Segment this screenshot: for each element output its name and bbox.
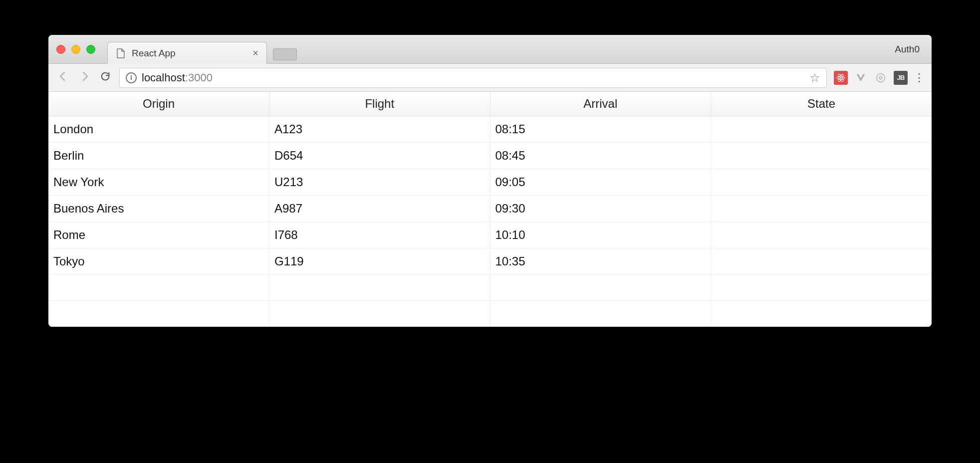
svg-point-5 [879, 76, 882, 79]
table-row-empty [48, 275, 932, 301]
cell-flight: A987 [269, 196, 490, 222]
cell-empty [269, 301, 490, 327]
site-info-icon[interactable]: i [126, 72, 137, 83]
table-row: New YorkU21309:05 [48, 169, 932, 196]
header-state: State [711, 92, 932, 116]
cell-empty [490, 301, 711, 327]
cell-empty [269, 275, 490, 301]
cell-empty [48, 301, 269, 327]
cell-origin: Berlin [48, 143, 269, 169]
tab-strip: React App × [107, 35, 895, 63]
cell-origin: Rome [48, 222, 269, 248]
browser-tab[interactable]: React App × [107, 42, 267, 64]
table-row: LondonA12308:15 [48, 116, 932, 143]
jetbrains-icon[interactable]: JB [894, 71, 908, 85]
url-port: :3000 [185, 71, 213, 84]
cell-arrival: 09:05 [490, 169, 711, 196]
cell-arrival: 10:35 [490, 248, 711, 275]
cell-arrival: 10:10 [490, 222, 711, 248]
extension-circle-icon[interactable] [874, 71, 888, 85]
toolbar: i localhost:3000 ☆ JB ⋮ [48, 64, 932, 92]
cell-state [711, 248, 932, 275]
cell-empty [490, 275, 711, 301]
url-text: localhost:3000 [142, 71, 213, 84]
cell-state [711, 222, 932, 248]
cell-flight: A123 [269, 116, 490, 143]
svg-point-4 [877, 73, 885, 82]
cell-origin: London [48, 116, 269, 143]
url-host: localhost [142, 71, 185, 84]
cell-origin: Tokyo [48, 248, 269, 275]
table-row: Buenos AiresA98709:30 [48, 196, 932, 222]
window-maximize-button[interactable] [86, 45, 95, 54]
reload-button[interactable] [98, 71, 112, 85]
page-icon [116, 48, 126, 58]
cell-empty [48, 275, 269, 301]
window-minimize-button[interactable] [71, 45, 80, 54]
table-row: BerlinD65408:45 [48, 143, 932, 169]
cell-flight: G119 [269, 248, 490, 275]
table-header-row: Origin Flight Arrival State [48, 92, 932, 116]
table-row: TokyoG11910:35 [48, 248, 932, 275]
vue-devtools-icon[interactable] [854, 71, 868, 85]
header-arrival: Arrival [490, 92, 711, 116]
page-content: Origin Flight Arrival State LondonA12308… [48, 92, 932, 327]
cell-arrival: 08:45 [490, 143, 711, 169]
back-button[interactable] [56, 70, 70, 86]
cell-flight: D654 [269, 143, 490, 169]
cell-arrival: 08:15 [490, 116, 711, 143]
window-close-button[interactable] [56, 45, 65, 54]
new-tab-button[interactable] [273, 48, 297, 60]
cell-origin: New York [48, 169, 269, 196]
titlebar: React App × Auth0 [48, 35, 932, 64]
tab-close-icon[interactable]: × [252, 47, 258, 59]
svg-point-0 [840, 77, 841, 78]
table-row-empty [48, 301, 932, 327]
extension-icons: JB ⋮ [834, 71, 924, 85]
table-row: RomeI76810:10 [48, 222, 932, 248]
cell-arrival: 09:30 [490, 196, 711, 222]
react-devtools-icon[interactable] [834, 71, 848, 85]
header-origin: Origin [48, 92, 269, 116]
cell-flight: U213 [269, 169, 490, 196]
cell-origin: Buenos Aires [48, 196, 269, 222]
profile-label[interactable]: Auth0 [895, 44, 924, 55]
cell-flight: I768 [269, 222, 490, 248]
bookmark-icon[interactable]: ☆ [809, 71, 820, 85]
cell-state [711, 116, 932, 143]
cell-state [711, 169, 932, 196]
forward-button[interactable] [77, 70, 91, 86]
browser-window: React App × Auth0 i localhost:3000 ☆ [48, 35, 932, 327]
flights-table: Origin Flight Arrival State LondonA12308… [48, 92, 932, 327]
browser-menu-icon[interactable]: ⋮ [914, 71, 924, 84]
header-flight: Flight [269, 92, 490, 116]
traffic-lights [56, 45, 95, 54]
address-bar[interactable]: i localhost:3000 ☆ [119, 68, 827, 88]
cell-state [711, 143, 932, 169]
tab-title: React App [132, 48, 246, 59]
cell-state [711, 196, 932, 222]
cell-empty [711, 301, 932, 327]
cell-empty [711, 275, 932, 301]
